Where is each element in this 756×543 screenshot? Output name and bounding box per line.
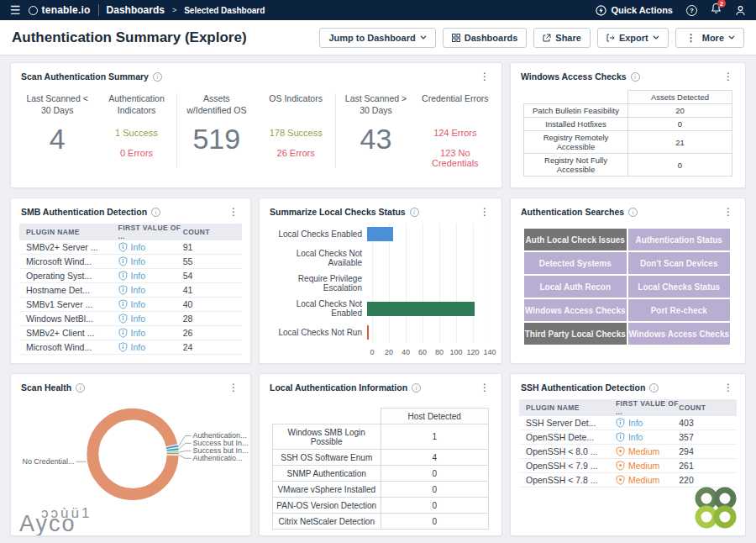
table-row[interactable]: OpenSSH Dete... Info 357 <box>519 430 737 445</box>
info-icon[interactable] <box>153 72 162 82</box>
profile-icon[interactable] <box>735 5 746 16</box>
shield-info-icon <box>118 285 128 295</box>
table-row[interactable]: Installed Hotfixes0 <box>524 118 732 131</box>
table-row[interactable]: OpenSSH < 7.8 ... Medium 220 <box>519 473 737 488</box>
search-cell-third-party-local-checks[interactable]: Third Party Local Checks <box>524 323 627 345</box>
table-row[interactable]: Windows NetBl... Info 28 <box>19 312 242 326</box>
search-cell-authentication-status[interactable]: Authentication Status <box>628 229 731 250</box>
search-cell-port-re-check[interactable]: Port Re-check <box>628 299 731 321</box>
severity-badge: Medium <box>616 461 679 471</box>
table-row[interactable]: Microsoft Wind... Info 55 <box>19 255 242 269</box>
panel-scan-health: Scan Health No Credential... Authenticat… <box>10 373 251 536</box>
col-count[interactable]: COUNT <box>679 403 730 412</box>
panel-menu-button[interactable] <box>478 382 491 393</box>
info-icon[interactable] <box>410 208 419 217</box>
table-row[interactable]: PAN-OS Version Detection0 <box>273 498 489 514</box>
search-cell-auth-local-check-issues[interactable]: Auth Local Check Issues <box>524 229 627 250</box>
panel-menu-button[interactable] <box>478 207 491 217</box>
panel-authentication-searches: Authentication Searches Auth Local Check… <box>510 198 746 364</box>
table-row[interactable]: SMBv1 Server ... Info 40 <box>19 298 242 312</box>
panel-menu-button[interactable] <box>478 71 491 82</box>
tenable-logo[interactable]: tenable.io <box>29 4 91 16</box>
shield-info-icon <box>118 256 128 266</box>
panel-title: Summarize Local Checks Status <box>270 207 406 217</box>
table-row[interactable]: SMBv2+ Client ... Info 26 <box>19 326 242 340</box>
severity-badge: Info <box>616 432 679 442</box>
windows-access-table: Assets Detected Patch Bulletin Feasibili… <box>523 90 732 177</box>
bar-local-checks-not-run[interactable] <box>367 325 369 340</box>
severity-badge: Info <box>118 342 183 352</box>
col-first-value[interactable]: FIRST VALUE OF ... <box>118 224 183 240</box>
table-row[interactable]: Windows SMB Login Possible1 <box>273 424 489 450</box>
col-plugin-name[interactable]: PLUGIN NAME <box>526 403 616 412</box>
jump-to-dashboard-button[interactable]: Jump to Dashboard <box>319 28 435 48</box>
share-icon <box>543 34 551 42</box>
search-cell-local-checks-status[interactable]: Local Checks Status <box>628 276 731 298</box>
metrics-row: Last Scanned < 30 Days 4 Authentication … <box>11 83 501 168</box>
table-row[interactable]: Registry Remotely Accessible21 <box>524 131 732 154</box>
info-icon[interactable] <box>631 72 640 82</box>
table-row[interactable]: SNMP Authentication0 <box>273 466 489 482</box>
table-row[interactable]: VMware vSphere Installed0 <box>273 482 489 498</box>
search-cell-windows-access-checks-2[interactable]: Windows Access Checks <box>628 323 731 345</box>
panel-title: SMB Authentication Detection <box>21 207 147 217</box>
severity-badge: Info <box>118 328 183 338</box>
table-row[interactable]: Hostname Det... Info 41 <box>19 283 242 298</box>
search-cell-windows-access-checks[interactable]: Windows Access Checks <box>524 299 627 321</box>
table-row[interactable]: Registry Not Fully Accessible0 <box>524 154 732 177</box>
breadcrumb-selected-dashboard[interactable]: Selected Dashboard <box>184 6 265 15</box>
table-row[interactable]: Citrix NetScaler Detection0 <box>273 514 489 530</box>
chevron-down-icon <box>653 35 659 40</box>
col-first-value[interactable]: FIRST VALUE OF ... <box>616 399 679 416</box>
panel-scan-authentication-summary: Scan Authentication Summary Last Scanned… <box>10 62 502 188</box>
dashboards-button[interactable]: Dashboards <box>443 28 528 48</box>
search-cell-local-auth-recon[interactable]: Local Auth Recon <box>524 276 627 298</box>
quick-actions-button[interactable]: Quick Actions <box>596 5 673 16</box>
col-plugin-name[interactable]: PLUGIN NAME <box>26 228 118 236</box>
panel-menu-button[interactable] <box>722 382 735 393</box>
info-icon[interactable] <box>412 383 421 393</box>
table-row[interactable]: SMBv2+ Server ... Info 91 <box>19 240 242 255</box>
bar-local-checks-not-enabled[interactable] <box>367 302 475 316</box>
brand-name: tenable.io <box>42 4 91 16</box>
info-icon[interactable] <box>649 383 659 393</box>
metric-value: 519 <box>181 123 253 156</box>
chevron-down-icon <box>728 35 735 40</box>
label-connector <box>178 435 192 447</box>
info-icon[interactable] <box>628 208 638 217</box>
panel-title: Authentication Searches <box>521 207 624 217</box>
menu-icon[interactable]: ☰ <box>10 4 21 16</box>
breadcrumb-dashboards[interactable]: Dashboards <box>107 4 165 16</box>
info-icon[interactable] <box>151 208 160 217</box>
local-auth-table: Host Detected Windows SMB Login Possible… <box>272 408 489 530</box>
search-cell-detected-systems[interactable]: Detected Systems <box>524 252 627 274</box>
share-button[interactable]: Share <box>533 28 591 48</box>
table-row[interactable]: OpenSSH < 7.9 ... Medium 261 <box>519 459 737 473</box>
jump-to-dashboard-label: Jump to Dashboard <box>328 33 415 43</box>
table-row[interactable]: Microsoft Wind... Info 24 <box>19 340 242 355</box>
col-count[interactable]: COUNT <box>183 228 235 236</box>
table-row[interactable]: SSH OS Software Enum4 <box>273 450 489 466</box>
breadcrumb-separator: > <box>172 6 176 14</box>
panel-windows-access-checks: Windows Access Checks Assets Detected Pa… <box>510 62 746 188</box>
search-cell-dont-scan-devices[interactable]: Don't Scan Devices <box>628 252 731 274</box>
bar-local-checks-enabled[interactable] <box>367 227 393 241</box>
export-button[interactable]: Export <box>597 28 669 48</box>
panel-menu-button[interactable] <box>722 71 735 82</box>
table-row[interactable]: SSH Server Det... Info 403 <box>519 416 737 430</box>
metric-authentication-indicators: Authentication Indicators 1 Success 0 Er… <box>97 93 176 168</box>
table-row[interactable]: Operating Syst... Info 54 <box>19 269 242 283</box>
table-row[interactable]: Patch Bulletin Feasibility20 <box>524 104 732 118</box>
donut-slice-no-credential[interactable] <box>92 414 172 494</box>
panel-menu-button[interactable] <box>227 207 240 217</box>
bar-row: Local Checks Not Run <box>268 325 490 340</box>
kebab-icon <box>685 33 698 43</box>
help-icon[interactable]: ? <box>686 5 697 16</box>
more-button[interactable]: More <box>675 28 744 48</box>
quick-actions-label: Quick Actions <box>611 5 673 15</box>
notifications-button[interactable]: 2 <box>711 3 722 18</box>
lightning-circle-icon <box>596 5 606 16</box>
shield-info-icon <box>118 342 128 352</box>
table-row[interactable]: OpenSSH < 8.0 ... Medium 294 <box>519 445 737 459</box>
panel-menu-button[interactable] <box>722 207 735 217</box>
